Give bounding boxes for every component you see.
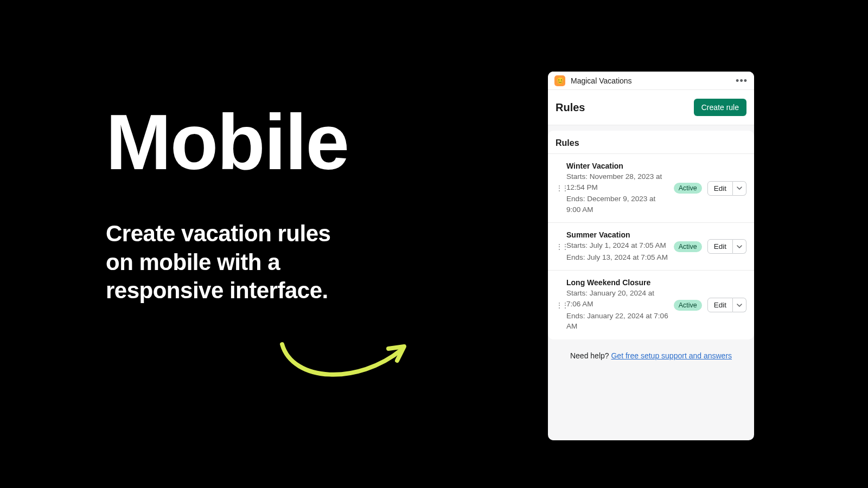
create-rule-button[interactable]: Create rule xyxy=(694,99,746,116)
rules-section-title: Rules xyxy=(548,131,754,153)
chevron-down-icon xyxy=(737,244,742,249)
status-badge: Active xyxy=(674,241,702,252)
page-title: Rules xyxy=(556,101,585,114)
edit-button[interactable]: Edit xyxy=(707,181,733,196)
rule-ends: Ends: January 22, 2024 at 7:06 AM xyxy=(566,311,668,332)
edit-button[interactable]: Edit xyxy=(707,298,733,312)
rule-ends: Ends: December 9, 2023 at 9:00 AM xyxy=(566,194,668,215)
rule-title: Long Weekend Closure xyxy=(566,278,668,287)
drag-handle-icon[interactable]: ⋮⋮ xyxy=(556,184,561,192)
rule-row: ⋮⋮ Winter Vacation Starts: November 28, … xyxy=(548,153,754,222)
rule-starts: Starts: July 1, 2024 at 7:05 AM xyxy=(566,240,668,251)
page-header: Rules Create rule xyxy=(548,90,754,125)
edit-dropdown-button[interactable] xyxy=(733,181,746,196)
rule-row: ⋮⋮ Long Weekend Closure Starts: January … xyxy=(548,270,754,339)
rule-title: Summer Vacation xyxy=(566,230,668,239)
edit-dropdown-button[interactable] xyxy=(733,298,746,312)
help-prefix: Need help? xyxy=(570,351,611,360)
rule-starts: Starts: November 28, 2023 at 12:54 PM xyxy=(566,171,668,192)
rule-title: Winter Vacation xyxy=(566,162,668,170)
edit-dropdown-button[interactable] xyxy=(733,239,746,254)
rule-row: ⋮⋮ Summer Vacation Starts: July 1, 2024 … xyxy=(548,222,754,270)
arrow-illustration xyxy=(277,333,418,388)
hero-title: Mobile xyxy=(106,103,442,182)
hero-subtitle: Create vacation rules on mobile with a r… xyxy=(106,220,355,305)
rule-starts: Starts: January 20, 2024 at 7:06 AM xyxy=(566,288,668,309)
status-badge: Active xyxy=(674,183,702,194)
drag-handle-icon[interactable]: ⋮⋮ xyxy=(556,301,561,310)
mobile-mockup: 😊 Magical Vacations ••• Rules Create rul… xyxy=(548,72,754,440)
drag-handle-icon[interactable]: ⋮⋮ xyxy=(556,242,561,251)
edit-button[interactable]: Edit xyxy=(707,239,733,254)
help-link[interactable]: Get free setup support and answers xyxy=(611,351,732,360)
status-badge: Active xyxy=(674,300,702,311)
app-name: Magical Vacations xyxy=(571,76,736,85)
help-text: Need help? Get free setup support and an… xyxy=(548,339,754,360)
app-header: 😊 Magical Vacations ••• xyxy=(548,72,754,90)
chevron-down-icon xyxy=(737,303,742,308)
chevron-down-icon xyxy=(737,185,742,191)
rules-card: Rules ⋮⋮ Winter Vacation Starts: Novembe… xyxy=(548,131,754,339)
rule-ends: Ends: July 13, 2024 at 7:05 AM xyxy=(566,252,668,263)
app-icon: 😊 xyxy=(554,75,565,86)
